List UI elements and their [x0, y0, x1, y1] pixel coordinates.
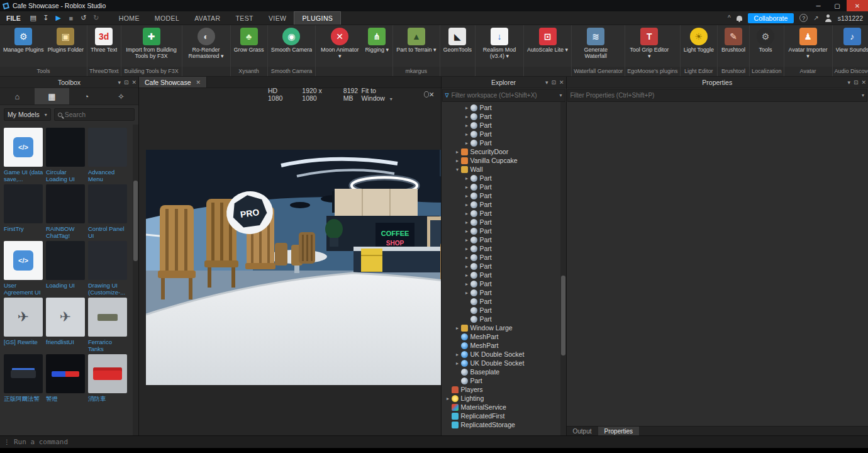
- three-text-button[interactable]: 3dThree Text: [89, 27, 119, 67]
- minimize-button[interactable]: ─: [809, 0, 828, 11]
- close-icon[interactable]: ✕: [196, 79, 201, 86]
- rigging-button[interactable]: ⋔Rigging ▾: [362, 27, 391, 67]
- search-input[interactable]: [65, 111, 109, 118]
- collaborate-button[interactable]: Collaborate: [748, 13, 794, 23]
- expand-arrow-icon[interactable]: ▸: [464, 140, 470, 146]
- chevron-down-icon[interactable]: ▾: [545, 79, 548, 86]
- light-toggle-button[interactable]: ☀Light Toggle: [682, 27, 716, 67]
- tree-row-part[interactable]: ▸Part: [442, 200, 566, 209]
- collapse-ribbon-icon[interactable]: ^: [728, 14, 731, 21]
- tree-row-part[interactable]: ▸Part: [442, 218, 566, 226]
- tree-row-part[interactable]: ▸Part: [442, 262, 566, 271]
- expand-arrow-icon[interactable]: ▸: [464, 176, 470, 181]
- tab-plugins[interactable]: PLUGINS: [294, 11, 341, 25]
- record-indicator-icon[interactable]: [424, 91, 428, 98]
- properties-filter-input[interactable]: [570, 92, 859, 99]
- realism-mod-button[interactable]: ↓Realism Mod (v3.4) ▾: [477, 27, 522, 67]
- tree-row-replicatedstorage[interactable]: ReplicatedStorage: [442, 420, 566, 429]
- tree-row-part[interactable]: ▸Part: [442, 174, 566, 182]
- toolbox-item[interactable]: Advanced Menu: [88, 128, 128, 182]
- tree-row-materialservice[interactable]: MaterialService: [442, 403, 566, 411]
- expand-arrow-icon[interactable]: ▸: [464, 281, 470, 287]
- file-menu-button[interactable]: FILE: [0, 11, 27, 25]
- command-input[interactable]: [14, 438, 864, 446]
- share-icon[interactable]: ↗: [813, 14, 818, 21]
- expand-arrow-icon[interactable]: ▸: [464, 114, 470, 120]
- marketplace-tab-icon[interactable]: ⌂: [0, 88, 35, 104]
- toolbox-item[interactable]: Control Panel UI: [88, 184, 128, 239]
- tab-avatar[interactable]: AVATAR: [187, 11, 228, 25]
- help-icon[interactable]: ?: [799, 14, 808, 22]
- chevron-down-icon[interactable]: ▾: [118, 79, 121, 86]
- open-file-icon[interactable]: ▤: [27, 14, 40, 22]
- tree-row-part[interactable]: Part: [442, 376, 566, 385]
- tab-test[interactable]: TEST: [228, 11, 261, 25]
- bottom-tab-output[interactable]: Output: [567, 427, 598, 435]
- tree-row-part[interactable]: ▸Part: [442, 271, 566, 279]
- bottom-tab-properties[interactable]: Properties: [598, 427, 640, 435]
- view-sounds-button[interactable]: ♪View Sounds: [834, 27, 868, 67]
- ideas-tab-icon[interactable]: ✧: [104, 88, 138, 104]
- toolbox-item[interactable]: ✈friendlistUI: [46, 298, 86, 352]
- pin-icon[interactable]: ⊡: [854, 79, 859, 86]
- category-dropdown[interactable]: My Models ▾: [4, 108, 51, 121]
- part-to-terrain-button[interactable]: ▲Part to Terrain ▾: [394, 27, 438, 67]
- explorer-header[interactable]: Explorer ▾ ⊡ ✕: [442, 77, 566, 88]
- close-icon[interactable]: ✕: [131, 79, 136, 86]
- tab-view[interactable]: VIEW: [261, 11, 294, 25]
- pin-icon[interactable]: ⊡: [551, 79, 556, 86]
- expand-arrow-icon[interactable]: ▸: [445, 396, 452, 401]
- tab-home[interactable]: HOME: [111, 11, 147, 25]
- tree-row-players[interactable]: Players: [442, 385, 566, 394]
- expand-arrow-icon[interactable]: ▸: [464, 246, 470, 252]
- expand-arrow-icon[interactable]: ▸: [464, 220, 470, 225]
- tree-row-securitydoor[interactable]: ▸SecurityDoor: [442, 147, 566, 156]
- expand-arrow-icon[interactable]: ▸: [464, 237, 470, 243]
- close-button[interactable]: ✕: [847, 0, 868, 11]
- tree-row-part[interactable]: Part: [442, 315, 566, 323]
- redo-button[interactable]: ↻: [90, 14, 103, 22]
- toolbox-item[interactable]: </>User Agreement UI: [4, 241, 44, 296]
- tree-row-baseplate[interactable]: Baseplate: [442, 367, 566, 376]
- tree-row-part[interactable]: ▸Part: [442, 130, 566, 138]
- toolbox-item[interactable]: </>Game UI (data save,...: [4, 128, 44, 182]
- expand-arrow-icon[interactable]: ▸: [464, 131, 470, 137]
- expand-arrow-icon[interactable]: ▸: [454, 325, 461, 331]
- scrollbar-thumb[interactable]: [561, 276, 565, 355]
- tree-row-meshpart[interactable]: MeshPart: [442, 341, 566, 350]
- expand-arrow-icon[interactable]: ▸: [464, 272, 470, 278]
- toolbox-scrollbar[interactable]: [133, 125, 138, 435]
- game-viewport[interactable]: COFFEE SHOP: [139, 101, 441, 435]
- ro-render-button[interactable]: ◐Ro-Render Remastered ▾: [184, 27, 229, 67]
- notifications-bell-icon[interactable]: [737, 16, 742, 21]
- tab-model[interactable]: MODEL: [147, 11, 187, 25]
- tree-row-uk-double-socket[interactable]: ▸UK Double Socket: [442, 350, 566, 359]
- toolbox-item[interactable]: Drawing UI (Customize-...: [88, 241, 128, 296]
- tree-row-part[interactable]: ▸Part: [442, 235, 566, 244]
- grow-grass-button[interactable]: ♣Grow Grass: [232, 27, 266, 67]
- tree-row-part[interactable]: ▸Part: [442, 103, 566, 112]
- expand-arrow-icon[interactable]: ▸: [454, 149, 461, 155]
- toolbox-header[interactable]: Toolbox ▾ ⊡ ✕: [0, 77, 138, 88]
- tree-row-vanilla-cupcake[interactable]: ▸Vanilla Cupcake: [442, 156, 566, 165]
- tree-row-part[interactable]: ▸Part: [442, 112, 566, 121]
- toolbox-item[interactable]: Loading UI: [46, 241, 86, 296]
- fit-to-window-dropdown[interactable]: Fit to Window ▾: [362, 87, 394, 102]
- toolbox-item[interactable]: 警燈: [46, 354, 86, 402]
- avatar-importer-button[interactable]: ♟Avatar Importer ▾: [786, 27, 831, 67]
- explorer-filter[interactable]: ∇ ▾: [442, 89, 565, 102]
- tree-row-wall[interactable]: ▾Wall: [442, 165, 566, 174]
- tree-row-part[interactable]: ▸Part: [442, 138, 566, 147]
- expand-arrow-icon[interactable]: ▸: [464, 211, 470, 216]
- tree-row-part[interactable]: Part: [442, 306, 566, 315]
- pin-icon[interactable]: ⊡: [124, 79, 129, 86]
- inventory-tab-icon[interactable]: ▦: [35, 88, 69, 104]
- moon-animator-button[interactable]: ✕Moon Animator ▾: [317, 27, 362, 67]
- recent-tab-icon[interactable]: ◔: [69, 88, 104, 104]
- explorer-scrollbar[interactable]: [560, 102, 566, 435]
- chevron-down-icon[interactable]: ▾: [847, 79, 850, 86]
- f3x-import-button[interactable]: ✚Import from Building Tools by F3X: [123, 27, 181, 67]
- generate-waterfall-button[interactable]: ≋Generate Waterfall: [573, 27, 618, 67]
- smooth-camera-button[interactable]: ◉Smooth Camera: [269, 27, 314, 67]
- chevron-down-icon[interactable]: ▾: [559, 92, 562, 98]
